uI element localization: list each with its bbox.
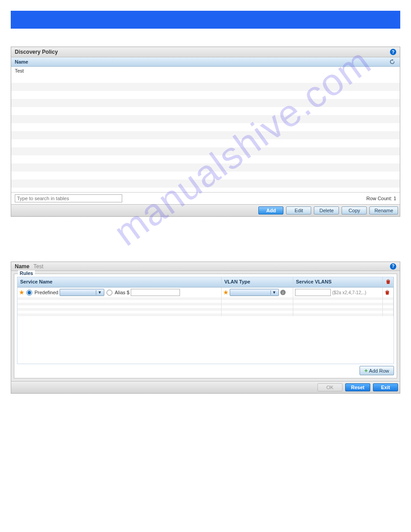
service-vlans-hint: ($2a x2,4,7-12,..) [332,290,366,295]
search-input[interactable] [15,194,122,202]
discovery-policy-panel: Discovery Policy ? Name Test [11,47,400,217]
rules-legend: Rules [18,270,35,276]
button-bar: Add Edit Delete Copy Rename [11,204,400,216]
delete-button[interactable]: Delete [314,206,339,215]
ok-button: OK [317,383,342,391]
help-icon[interactable]: ? [390,263,396,270]
rules-grid: Service Name VLAN Type Service VLANS ★ [17,277,394,364]
required-icon: ★ [223,289,228,296]
copy-button[interactable]: Copy [342,206,367,215]
policy-grid: Name Test Row Count: 1 [11,57,400,204]
footer-bar: OK Reset Exit [11,381,400,393]
help-icon[interactable]: ? [390,49,396,55]
exit-button[interactable]: Exit [373,383,398,391]
add-button[interactable]: Add [258,206,283,215]
top-bar [11,11,400,29]
rules-fieldset: Rules Service Name VLAN Type Service VLA… [14,274,397,378]
edit-button[interactable]: Edit [286,206,311,215]
rename-button[interactable]: Rename [369,206,398,215]
add-row-button[interactable]: +Add Row [360,366,394,375]
vlan-type-combo[interactable]: ▼ [230,289,279,296]
rule-row: ★ Predefined ▼ Alias $ ★ ▼ i [17,287,394,297]
service-vlans-input[interactable] [295,289,331,296]
reset-button[interactable]: Reset [345,383,370,391]
col-name-header[interactable]: Name [15,59,388,64]
required-icon: ★ [19,289,24,296]
row-count: Row Count: 1 [366,196,396,201]
alias-label: Alias [115,290,125,295]
panel-title: Discovery Policy [15,49,58,55]
col-service-vlans[interactable]: Service VLANS [293,277,383,287]
refresh-icon[interactable] [388,59,396,64]
col-service-name[interactable]: Service Name [17,277,222,287]
predefined-label: Predefined [34,290,58,295]
info-icon[interactable]: i [280,290,286,295]
alias-prefix: $ [127,290,129,295]
table-row[interactable]: Test [11,67,400,75]
grid-rows: Test [11,67,400,192]
col-delete-all[interactable] [383,277,394,287]
trash-icon[interactable] [385,290,390,295]
alias-input[interactable] [131,289,180,296]
predefined-radio[interactable] [26,290,32,296]
trash-icon[interactable] [385,279,391,284]
policy-detail-panel: Name Test ? Rules Service Name VLAN Type… [11,262,400,394]
detail-name: Name Test [15,263,43,270]
plus-icon: + [364,367,368,374]
alias-radio[interactable] [107,290,112,296]
predefined-combo[interactable]: ▼ [60,289,104,296]
col-vlan-type[interactable]: VLAN Type [222,277,293,287]
